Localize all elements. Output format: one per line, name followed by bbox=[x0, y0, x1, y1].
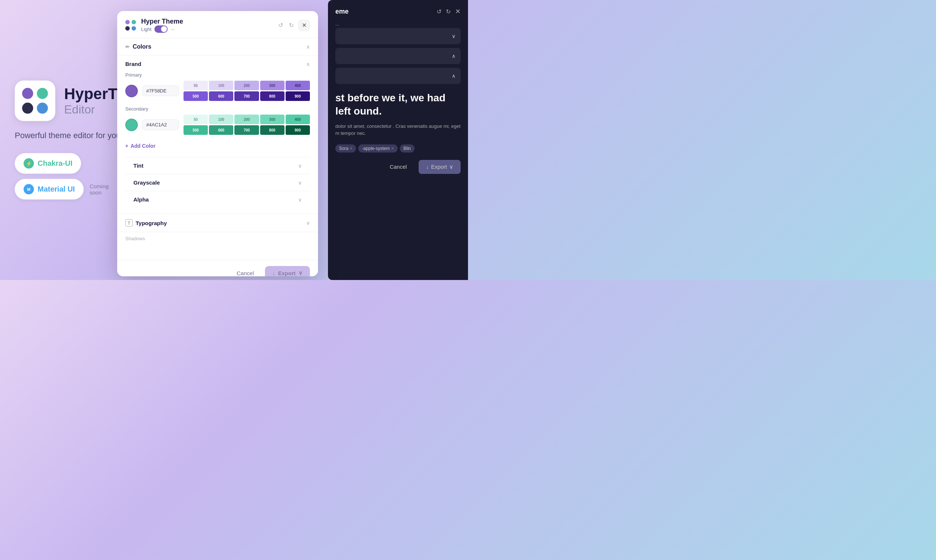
dark-quote: st before we it, we had left ound. bbox=[336, 91, 460, 118]
modal-dots: ··· bbox=[171, 26, 175, 32]
shadows-section[interactable]: Shadows bbox=[117, 232, 318, 245]
scale-700[interactable]: 700 bbox=[234, 91, 259, 101]
modal-body: ✏ Colors ∧ Brand ∧ Primary bbox=[117, 38, 318, 260]
dark-close-button[interactable]: ✕ bbox=[455, 8, 460, 15]
scale-sec-700[interactable]: 700 bbox=[234, 125, 259, 135]
typography-section[interactable]: T Typography ∨ bbox=[117, 214, 318, 232]
font-tag-apple-remove[interactable]: × bbox=[391, 146, 394, 151]
dark-chevron-3: ∧ bbox=[452, 73, 456, 79]
modal-close-button[interactable]: ✕ bbox=[298, 20, 310, 31]
fade-bottom bbox=[117, 245, 318, 260]
dark-section-3: ∧ bbox=[336, 68, 460, 84]
scale-800[interactable]: 800 bbox=[260, 91, 285, 101]
pencil-icon: ✏ bbox=[125, 44, 130, 50]
modal-controls: ↺ ↻ ✕ bbox=[277, 20, 310, 31]
modal-redo-button[interactable]: ↻ bbox=[288, 20, 295, 30]
brand-title: Brand bbox=[125, 61, 141, 67]
modal-dot-4 bbox=[132, 26, 136, 31]
typography-label: Typography bbox=[135, 220, 167, 226]
dark-cancel-button[interactable]: Cancel bbox=[382, 160, 414, 174]
modal-undo-button[interactable]: ↺ bbox=[277, 20, 285, 30]
grayscale-title: Grayscale bbox=[133, 179, 160, 186]
dark-redo-button[interactable]: ↻ bbox=[446, 8, 451, 15]
secondary-swatch[interactable] bbox=[125, 118, 138, 131]
scale-50[interactable]: 50 bbox=[183, 81, 208, 90]
type-icon: T bbox=[125, 219, 132, 226]
scale-400[interactable]: 400 bbox=[286, 81, 310, 90]
colors-section: Brand ∧ Primary 50 100 200 bbox=[117, 55, 318, 214]
scale-100[interactable]: 100 bbox=[209, 81, 233, 90]
scale-300[interactable]: 300 bbox=[260, 81, 285, 90]
font-tag-sora-remove[interactable]: × bbox=[350, 146, 352, 151]
secondary-color-row: 50 100 200 300 400 500 600 700 800 bbox=[125, 115, 310, 135]
alpha-section[interactable]: Alpha ∨ bbox=[125, 191, 310, 208]
modal-export-button[interactable]: ↓ Export ∨ bbox=[265, 266, 310, 276]
dark-section-header-2: ∧ bbox=[340, 53, 456, 59]
dark-footer: Cancel ↓ Export ∨ bbox=[336, 160, 460, 174]
coming-soon-badge: Comingsoon bbox=[89, 183, 109, 195]
primary-hex-input[interactable] bbox=[142, 86, 179, 96]
primary-swatch[interactable] bbox=[125, 85, 138, 97]
add-color-button[interactable]: + Add Color bbox=[125, 140, 155, 152]
scale-sec-600[interactable]: 600 bbox=[209, 125, 233, 135]
secondary-scale-bottom: 500 600 700 800 900 bbox=[183, 125, 310, 135]
toggle-track[interactable] bbox=[154, 25, 168, 33]
export-chevron-icon: ∨ bbox=[299, 270, 303, 276]
tint-title: Tint bbox=[133, 163, 143, 169]
secondary-hex-input[interactable] bbox=[142, 119, 179, 130]
scale-sec-900[interactable]: 900 bbox=[286, 125, 310, 135]
modal-cancel-button[interactable]: Cancel bbox=[231, 266, 260, 277]
scale-sec-50[interactable]: 50 bbox=[183, 115, 208, 124]
dark-panel-header: eme ↺ ↻ ✕ bbox=[336, 8, 460, 15]
alpha-chevron: ∨ bbox=[298, 197, 302, 203]
dark-panel-title: eme bbox=[336, 8, 349, 15]
colors-label: Colors bbox=[132, 43, 151, 50]
dark-undo-button[interactable]: ↺ bbox=[437, 8, 442, 15]
dark-panel-controls: ↺ ↻ ✕ bbox=[437, 8, 460, 15]
primary-scale-bottom: 500 600 700 800 900 bbox=[183, 91, 310, 101]
typography-title: T Typography bbox=[125, 219, 167, 226]
dark-section-header-1: ∨ bbox=[340, 33, 456, 39]
scale-sec-100[interactable]: 100 bbox=[209, 115, 233, 124]
dark-section-2: ∧ bbox=[336, 48, 460, 64]
primary-scale-container: 50 100 200 300 400 500 600 700 800 bbox=[183, 81, 310, 101]
dark-section-header-3: ∧ bbox=[340, 73, 456, 79]
secondary-scale-container: 50 100 200 300 400 500 600 700 800 bbox=[183, 115, 310, 135]
toggle-thumb bbox=[161, 26, 167, 32]
light-toggle[interactable] bbox=[154, 25, 168, 33]
scale-sec-300[interactable]: 300 bbox=[260, 115, 285, 124]
dark-section-1: ∨ bbox=[336, 28, 460, 44]
colors-section-header[interactable]: ✏ Colors ∧ bbox=[117, 38, 318, 55]
dark-export-chevron: ∨ bbox=[449, 163, 453, 170]
scale-200[interactable]: 200 bbox=[234, 81, 259, 90]
scale-600[interactable]: 600 bbox=[209, 91, 233, 101]
scale-sec-200[interactable]: 200 bbox=[234, 115, 259, 124]
scale-900[interactable]: 900 bbox=[286, 91, 310, 101]
font-tag-blin: Blin bbox=[400, 145, 414, 152]
dark-panel: eme ↺ ↻ ✕ ··· ∨ ∧ ∧ st b bbox=[328, 0, 468, 280]
logo-box bbox=[15, 81, 55, 121]
dark-export-button[interactable]: ↓ Export ∨ bbox=[419, 160, 460, 174]
logo-dots bbox=[22, 88, 48, 114]
chakra-label: Chakra-UI bbox=[38, 159, 72, 168]
font-tag-apple: -apple-system × bbox=[358, 145, 397, 152]
scale-sec-400[interactable]: 400 bbox=[286, 115, 310, 124]
chakra-icon: ⚡ bbox=[23, 158, 34, 168]
dot-dark bbox=[22, 103, 33, 114]
add-color-plus: + bbox=[125, 143, 128, 149]
modal-header: Hyper Theme Light ··· ↺ ↻ ✕ bbox=[117, 11, 318, 38]
colors-section-title: ✏ Colors bbox=[125, 43, 151, 50]
scale-sec-500[interactable]: 500 bbox=[183, 125, 208, 135]
font-tag-sora: Sora × bbox=[336, 145, 356, 152]
scale-500[interactable]: 500 bbox=[183, 91, 208, 101]
chakra-ui-button[interactable]: ⚡ Chakra-UI bbox=[15, 153, 81, 174]
shadows-title: Shadows bbox=[125, 236, 145, 241]
grayscale-section[interactable]: Grayscale ∨ bbox=[125, 174, 310, 191]
grayscale-chevron: ∨ bbox=[298, 180, 302, 186]
modal-dot-3 bbox=[125, 26, 130, 31]
scale-sec-800[interactable]: 800 bbox=[260, 125, 285, 135]
tint-section[interactable]: Tint ∨ bbox=[125, 157, 310, 174]
add-color-label: Add Color bbox=[131, 143, 155, 149]
material-ui-button[interactable]: M Material UI bbox=[15, 179, 84, 199]
modal-mode-label: Light bbox=[141, 26, 151, 32]
